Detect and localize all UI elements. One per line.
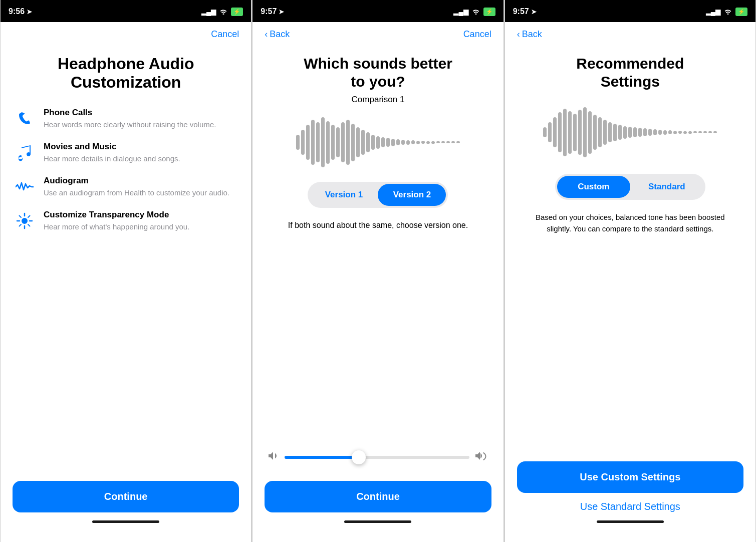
cancel-button-1[interactable]: Cancel	[211, 29, 239, 40]
waveform-2	[267, 115, 489, 170]
feature-list: Phone Calls Hear words more clearly with…	[15, 108, 237, 463]
content-2: Which sounds betterto you? Comparison 1 …	[253, 45, 503, 473]
screen3-title: RecommendedSettings	[519, 55, 741, 91]
wifi-icon-2	[471, 8, 480, 16]
cancel-button-2[interactable]: Cancel	[463, 29, 491, 40]
volume-slider[interactable]	[285, 456, 469, 459]
content-3: RecommendedSettings Custom Standard Base…	[505, 45, 755, 453]
feature-audiogram-desc: Use an audiogram from Health to customiz…	[44, 187, 229, 198]
home-indicator-1	[92, 520, 159, 523]
audiogram-icon	[15, 177, 35, 197]
svg-line-8	[20, 224, 22, 226]
battery-icon-1: ⚡	[231, 8, 243, 16]
screen-3: 9:57 ➤ ▂▄▆ ⚡ ‹ Back RecommendedSettings	[505, 0, 756, 542]
feature-music-title: Movies and Music	[44, 142, 180, 152]
feature-music-desc: Hear more details in dialogue and songs.	[44, 153, 180, 164]
svg-line-5	[20, 215, 22, 217]
screen2-title: Which sounds betterto you?	[267, 55, 489, 91]
status-bar-3: 9:57 ➤ ▂▄▆ ⚡	[505, 0, 755, 22]
use-standard-settings-button[interactable]: Use Standard Settings	[580, 501, 680, 512]
comparison-label: Comparison 1	[267, 95, 489, 105]
wifi-icon-1	[219, 8, 228, 16]
nav-bar-1: Cancel	[1, 22, 251, 45]
bottom-area-1: Continue	[1, 473, 251, 542]
standard-button[interactable]: Standard	[630, 176, 703, 198]
bottom-area-2: Continue	[253, 473, 503, 542]
time-3: 9:57	[513, 7, 529, 16]
volume-high-icon	[475, 451, 487, 463]
transparency-icon	[15, 211, 35, 231]
feature-phone-desc: Hear words more clearly without raising …	[44, 119, 216, 130]
settings-description: Based on your choices, balanced tone has…	[519, 212, 741, 234]
screen-2: 9:57 ➤ ▂▄▆ ⚡ ‹ Back Cancel Which sounds …	[252, 0, 503, 542]
version2-button[interactable]: Version 2	[378, 184, 446, 206]
content-1: Headphone AudioCustomization Phone Calls…	[1, 45, 251, 473]
nav-bar-2: ‹ Back Cancel	[253, 22, 503, 45]
svg-line-6	[28, 224, 30, 226]
settings-toggle: Custom Standard	[555, 174, 705, 200]
chevron-left-icon-2: ‹	[265, 29, 268, 40]
bottom-area-3: Use Custom Settings Use Standard Setting…	[505, 453, 755, 542]
signal-icon-1: ▂▄▆	[201, 8, 216, 16]
svg-line-7	[28, 215, 30, 217]
location-icon-3: ➤	[531, 8, 537, 16]
feature-audiogram: Audiogram Use an audiogram from Health t…	[15, 176, 237, 198]
feature-transparency-desc: Hear more of what's happening around you…	[44, 221, 189, 232]
continue-button-2[interactable]: Continue	[265, 481, 491, 512]
version1-button[interactable]: Version 1	[310, 184, 378, 206]
status-bar-1: 9:56 ➤ ▂▄▆ ⚡	[1, 0, 251, 22]
svg-point-0	[22, 218, 28, 224]
chevron-left-icon-3: ‹	[517, 29, 520, 40]
waveform-3	[519, 105, 741, 160]
status-bar-2: 9:57 ➤ ▂▄▆ ⚡	[253, 0, 503, 22]
battery-icon-2: ⚡	[483, 8, 495, 16]
feature-transparency-title: Customize Transparency Mode	[44, 210, 189, 220]
time-1: 9:56	[9, 7, 25, 16]
battery-icon-3: ⚡	[735, 8, 747, 16]
phone-icon	[15, 109, 35, 129]
music-icon	[15, 143, 35, 163]
feature-transparency: Customize Transparency Mode Hear more of…	[15, 210, 237, 232]
home-indicator-2	[344, 520, 411, 523]
feature-phone-calls: Phone Calls Hear words more clearly with…	[15, 108, 237, 130]
back-button-3[interactable]: ‹ Back	[517, 29, 542, 40]
location-icon-2: ➤	[279, 8, 284, 16]
volume-row	[267, 451, 489, 463]
feature-movies-music: Movies and Music Hear more details in di…	[15, 142, 237, 164]
signal-icon-3: ▂▄▆	[706, 8, 720, 16]
feature-audiogram-title: Audiogram	[44, 176, 229, 186]
time-2: 9:57	[261, 7, 277, 16]
continue-button-1[interactable]: Continue	[13, 481, 239, 512]
volume-low-icon	[269, 452, 279, 462]
location-icon-1: ➤	[27, 8, 32, 16]
screen-1: 9:56 ➤ ▂▄▆ ⚡ Cancel Headphone AudioCusto…	[0, 0, 251, 542]
wifi-icon-3	[723, 8, 732, 16]
back-button-2[interactable]: ‹ Back	[265, 29, 290, 40]
screens-container: 9:56 ➤ ▂▄▆ ⚡ Cancel Headphone AudioCusto…	[0, 0, 756, 542]
screen1-title: Headphone AudioCustomization	[15, 55, 237, 92]
nav-bar-3: ‹ Back	[505, 22, 755, 45]
version-toggle: Version 1 Version 2	[308, 182, 448, 208]
signal-icon-2: ▂▄▆	[453, 8, 468, 16]
custom-button[interactable]: Custom	[557, 176, 630, 198]
feature-phone-title: Phone Calls	[44, 108, 216, 118]
version-hint: If both sound about the same, choose ver…	[267, 220, 489, 231]
use-custom-settings-button[interactable]: Use Custom Settings	[517, 461, 743, 493]
home-indicator-3	[597, 520, 664, 523]
